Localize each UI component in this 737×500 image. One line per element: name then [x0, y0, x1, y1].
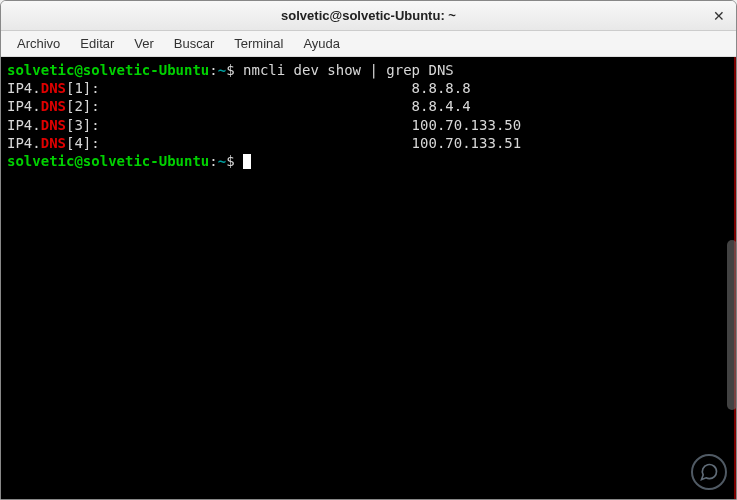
menubar: Archivo Editar Ver Buscar Terminal Ayuda [1, 31, 736, 57]
prompt-path: ~ [218, 153, 226, 169]
prompt-end: $ [226, 62, 243, 78]
prompt-path: ~ [218, 62, 226, 78]
prompt-line: solvetic@solvetic-Ubuntu:~$ [7, 152, 728, 170]
prompt-user: solvetic@solvetic-Ubuntu [7, 62, 209, 78]
cursor-icon [243, 154, 251, 169]
scrollbar-thumb[interactable] [727, 240, 737, 410]
terminal-body[interactable]: solvetic@solvetic-Ubuntu:~$ nmcli dev sh… [1, 57, 736, 499]
menu-ayuda[interactable]: Ayuda [293, 33, 350, 54]
menu-terminal[interactable]: Terminal [224, 33, 293, 54]
command-output: IP4.DNS[1]: 8.8.8.8IP4.DNS[2]: 8.8.4.4IP… [7, 79, 728, 152]
output-line: IP4.DNS[2]: 8.8.4.4 [7, 97, 728, 115]
menu-editar[interactable]: Editar [70, 33, 124, 54]
menu-ver[interactable]: Ver [124, 33, 164, 54]
command-text: nmcli dev show | grep DNS [243, 62, 454, 78]
prompt-sep: : [209, 153, 217, 169]
command-line: solvetic@solvetic-Ubuntu:~$ nmcli dev sh… [7, 61, 728, 79]
prompt-user: solvetic@solvetic-Ubuntu [7, 153, 209, 169]
prompt-end: $ [226, 153, 243, 169]
window-title: solvetic@solvetic-Ubuntu: ~ [281, 8, 456, 23]
menu-buscar[interactable]: Buscar [164, 33, 224, 54]
titlebar: solvetic@solvetic-Ubuntu: ~ ✕ [1, 1, 736, 31]
prompt-sep: : [209, 62, 217, 78]
output-line: IP4.DNS[4]: 100.70.133.51 [7, 134, 728, 152]
output-line: IP4.DNS[1]: 8.8.8.8 [7, 79, 728, 97]
menu-archivo[interactable]: Archivo [7, 33, 70, 54]
close-icon[interactable]: ✕ [710, 7, 728, 25]
output-line: IP4.DNS[3]: 100.70.133.50 [7, 116, 728, 134]
terminal-window: solvetic@solvetic-Ubuntu: ~ ✕ Archivo Ed… [0, 0, 737, 500]
